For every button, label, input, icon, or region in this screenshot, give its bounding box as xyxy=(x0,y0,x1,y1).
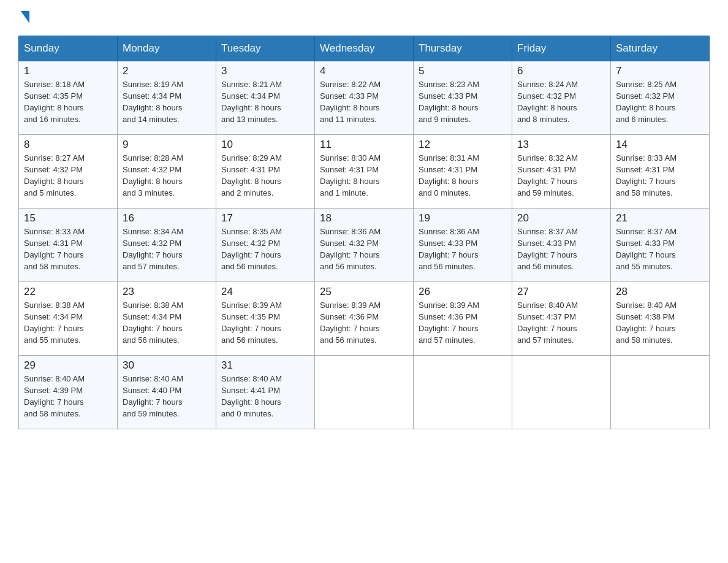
day-number: 17 xyxy=(221,212,309,224)
day-info: Sunrise: 8:36 AM Sunset: 4:32 PM Dayligh… xyxy=(320,226,408,272)
day-number: 25 xyxy=(320,286,408,298)
day-number: 9 xyxy=(123,139,211,151)
weekday-header-tuesday: Tuesday xyxy=(216,36,315,61)
page-header xyxy=(18,12,710,23)
calendar-cell: 12 Sunrise: 8:31 AM Sunset: 4:31 PM Dayl… xyxy=(414,135,512,209)
day-number: 13 xyxy=(517,139,605,151)
calendar-cell: 3 Sunrise: 8:21 AM Sunset: 4:34 PM Dayli… xyxy=(216,61,315,135)
day-info: Sunrise: 8:18 AM Sunset: 4:35 PM Dayligh… xyxy=(24,79,112,125)
day-info: Sunrise: 8:31 AM Sunset: 4:31 PM Dayligh… xyxy=(419,153,507,199)
day-number: 23 xyxy=(123,286,211,298)
day-info: Sunrise: 8:37 AM Sunset: 4:33 PM Dayligh… xyxy=(616,226,704,272)
day-info: Sunrise: 8:24 AM Sunset: 4:32 PM Dayligh… xyxy=(517,79,605,125)
calendar-cell: 4 Sunrise: 8:22 AM Sunset: 4:33 PM Dayli… xyxy=(315,61,414,135)
day-number: 21 xyxy=(616,212,704,224)
calendar-body: 1 Sunrise: 8:18 AM Sunset: 4:35 PM Dayli… xyxy=(19,61,710,429)
day-number: 27 xyxy=(517,286,605,298)
calendar-cell: 15 Sunrise: 8:33 AM Sunset: 4:31 PM Dayl… xyxy=(19,209,118,282)
day-info: Sunrise: 8:28 AM Sunset: 4:32 PM Dayligh… xyxy=(123,153,211,199)
day-info: Sunrise: 8:36 AM Sunset: 4:33 PM Dayligh… xyxy=(419,226,507,272)
day-info: Sunrise: 8:39 AM Sunset: 4:35 PM Dayligh… xyxy=(221,300,309,346)
calendar-cell: 17 Sunrise: 8:35 AM Sunset: 4:32 PM Dayl… xyxy=(216,209,315,282)
day-info: Sunrise: 8:34 AM Sunset: 4:32 PM Dayligh… xyxy=(123,226,211,272)
logo-triangle-icon xyxy=(21,11,29,23)
day-number: 7 xyxy=(616,65,704,77)
calendar-cell xyxy=(512,356,611,429)
day-number: 12 xyxy=(419,139,507,151)
day-info: Sunrise: 8:39 AM Sunset: 4:36 PM Dayligh… xyxy=(419,300,507,346)
day-info: Sunrise: 8:40 AM Sunset: 4:40 PM Dayligh… xyxy=(123,373,211,419)
weekday-header-sunday: Sunday xyxy=(19,36,118,61)
calendar-cell: 23 Sunrise: 8:38 AM Sunset: 4:34 PM Dayl… xyxy=(118,282,216,356)
calendar-cell: 20 Sunrise: 8:37 AM Sunset: 4:33 PM Dayl… xyxy=(512,209,611,282)
day-number: 1 xyxy=(24,65,112,77)
calendar-cell: 28 Sunrise: 8:40 AM Sunset: 4:38 PM Dayl… xyxy=(611,282,710,356)
day-number: 22 xyxy=(24,286,112,298)
day-number: 14 xyxy=(616,139,704,151)
calendar-cell: 2 Sunrise: 8:19 AM Sunset: 4:34 PM Dayli… xyxy=(118,61,216,135)
day-info: Sunrise: 8:30 AM Sunset: 4:31 PM Dayligh… xyxy=(320,153,408,199)
day-info: Sunrise: 8:38 AM Sunset: 4:34 PM Dayligh… xyxy=(24,300,112,346)
day-number: 29 xyxy=(24,359,112,372)
calendar-cell: 1 Sunrise: 8:18 AM Sunset: 4:35 PM Dayli… xyxy=(19,61,118,135)
day-info: Sunrise: 8:37 AM Sunset: 4:33 PM Dayligh… xyxy=(517,226,605,272)
day-info: Sunrise: 8:39 AM Sunset: 4:36 PM Dayligh… xyxy=(320,300,408,346)
day-number: 4 xyxy=(320,65,408,77)
weekday-header-wednesday: Wednesday xyxy=(315,36,414,61)
day-info: Sunrise: 8:25 AM Sunset: 4:32 PM Dayligh… xyxy=(616,79,704,125)
logo xyxy=(18,12,29,23)
day-number: 16 xyxy=(123,212,211,224)
calendar-cell: 5 Sunrise: 8:23 AM Sunset: 4:33 PM Dayli… xyxy=(414,61,512,135)
day-number: 28 xyxy=(616,286,704,298)
weekday-header-monday: Monday xyxy=(118,36,216,61)
day-info: Sunrise: 8:38 AM Sunset: 4:34 PM Dayligh… xyxy=(123,300,211,346)
day-info: Sunrise: 8:29 AM Sunset: 4:31 PM Dayligh… xyxy=(221,153,309,199)
calendar-table: SundayMondayTuesdayWednesdayThursdayFrid… xyxy=(18,36,710,429)
calendar-cell: 19 Sunrise: 8:36 AM Sunset: 4:33 PM Dayl… xyxy=(414,209,512,282)
calendar-cell: 8 Sunrise: 8:27 AM Sunset: 4:32 PM Dayli… xyxy=(19,135,118,209)
day-info: Sunrise: 8:23 AM Sunset: 4:33 PM Dayligh… xyxy=(419,79,507,125)
calendar-cell: 26 Sunrise: 8:39 AM Sunset: 4:36 PM Dayl… xyxy=(414,282,512,356)
day-info: Sunrise: 8:40 AM Sunset: 4:41 PM Dayligh… xyxy=(221,373,309,419)
day-info: Sunrise: 8:21 AM Sunset: 4:34 PM Dayligh… xyxy=(221,79,309,125)
calendar-cell: 10 Sunrise: 8:29 AM Sunset: 4:31 PM Dayl… xyxy=(216,135,315,209)
calendar-cell: 7 Sunrise: 8:25 AM Sunset: 4:32 PM Dayli… xyxy=(611,61,710,135)
calendar-header: SundayMondayTuesdayWednesdayThursdayFrid… xyxy=(19,36,710,61)
calendar-cell: 18 Sunrise: 8:36 AM Sunset: 4:32 PM Dayl… xyxy=(315,209,414,282)
day-number: 24 xyxy=(221,286,309,298)
calendar-week-row: 1 Sunrise: 8:18 AM Sunset: 4:35 PM Dayli… xyxy=(19,61,710,135)
calendar-cell xyxy=(611,356,710,429)
calendar-cell: 11 Sunrise: 8:30 AM Sunset: 4:31 PM Dayl… xyxy=(315,135,414,209)
day-number: 19 xyxy=(419,212,507,224)
day-info: Sunrise: 8:40 AM Sunset: 4:39 PM Dayligh… xyxy=(24,373,112,419)
calendar-cell: 6 Sunrise: 8:24 AM Sunset: 4:32 PM Dayli… xyxy=(512,61,611,135)
calendar-cell: 25 Sunrise: 8:39 AM Sunset: 4:36 PM Dayl… xyxy=(315,282,414,356)
calendar-cell: 9 Sunrise: 8:28 AM Sunset: 4:32 PM Dayli… xyxy=(118,135,216,209)
weekday-header-friday: Friday xyxy=(512,36,611,61)
day-number: 8 xyxy=(24,139,112,151)
calendar-cell: 16 Sunrise: 8:34 AM Sunset: 4:32 PM Dayl… xyxy=(118,209,216,282)
day-number: 15 xyxy=(24,212,112,224)
day-number: 31 xyxy=(221,359,309,372)
weekday-header-row: SundayMondayTuesdayWednesdayThursdayFrid… xyxy=(19,36,710,61)
day-info: Sunrise: 8:40 AM Sunset: 4:37 PM Dayligh… xyxy=(517,300,605,346)
calendar-cell xyxy=(315,356,414,429)
calendar-week-row: 29 Sunrise: 8:40 AM Sunset: 4:39 PM Dayl… xyxy=(19,356,710,429)
day-info: Sunrise: 8:19 AM Sunset: 4:34 PM Dayligh… xyxy=(123,79,211,125)
day-number: 6 xyxy=(517,65,605,77)
day-number: 11 xyxy=(320,139,408,151)
calendar-cell: 30 Sunrise: 8:40 AM Sunset: 4:40 PM Dayl… xyxy=(118,356,216,429)
calendar-cell: 31 Sunrise: 8:40 AM Sunset: 4:41 PM Dayl… xyxy=(216,356,315,429)
calendar-cell: 13 Sunrise: 8:32 AM Sunset: 4:31 PM Dayl… xyxy=(512,135,611,209)
calendar-cell: 14 Sunrise: 8:33 AM Sunset: 4:31 PM Dayl… xyxy=(611,135,710,209)
day-number: 20 xyxy=(517,212,605,224)
calendar-week-row: 8 Sunrise: 8:27 AM Sunset: 4:32 PM Dayli… xyxy=(19,135,710,209)
day-info: Sunrise: 8:40 AM Sunset: 4:38 PM Dayligh… xyxy=(616,300,704,346)
calendar-cell: 22 Sunrise: 8:38 AM Sunset: 4:34 PM Dayl… xyxy=(19,282,118,356)
day-number: 3 xyxy=(221,65,309,77)
calendar-cell: 29 Sunrise: 8:40 AM Sunset: 4:39 PM Dayl… xyxy=(19,356,118,429)
day-number: 26 xyxy=(419,286,507,298)
calendar-cell xyxy=(414,356,512,429)
day-number: 5 xyxy=(419,65,507,77)
day-number: 30 xyxy=(123,359,211,372)
